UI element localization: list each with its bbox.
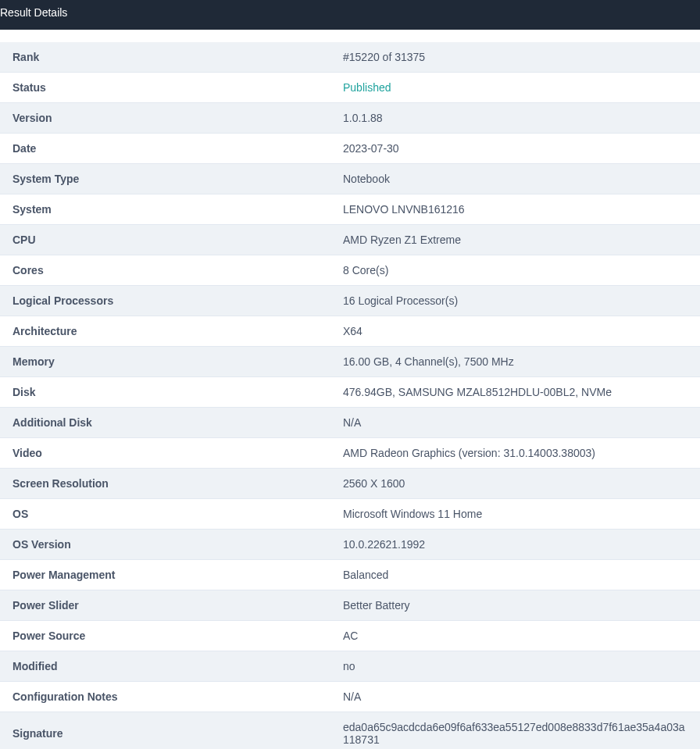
detail-value-text: Balanced [343,569,388,581]
detail-value-text: LENOVO LNVNB161216 [343,203,465,216]
detail-label: Video [0,438,330,469]
table-row: Date2023-07-30 [0,134,700,164]
detail-label: Cores [0,255,330,286]
detail-label: OS Version [0,530,330,560]
detail-label: Disk [0,377,330,408]
detail-label: Modified [0,651,330,682]
detail-label: Additional Disk [0,408,330,438]
table-row: System TypeNotebook [0,164,700,194]
table-row: OS Version10.0.22621.1992 [0,530,700,560]
table-row: Signatureeda0a65c9acdcda6e09f6af633ea551… [0,712,700,750]
table-row: Logical Processors16 Logical Processor(s… [0,286,700,316]
detail-value: 476.94GB, SAMSUNG MZAL8512HDLU-00BL2, NV… [330,377,700,408]
detail-value: eda0a65c9acdcda6e09f6af633ea55127ed008e8… [330,712,700,750]
detail-value: AC [330,621,700,651]
detail-label: Power Source [0,621,330,651]
detail-value: 16.00 GB, 4 Channel(s), 7500 MHz [330,347,700,377]
detail-value-text: Microsoft Windows 11 Home [343,508,482,520]
detail-value: 2023-07-30 [330,134,700,164]
detail-label: Configuration Notes [0,682,330,712]
detail-value: 16 Logical Processor(s) [330,286,700,316]
table-row: Disk476.94GB, SAMSUNG MZAL8512HDLU-00BL2… [0,377,700,408]
table-row: VideoAMD Radeon Graphics (version: 31.0.… [0,438,700,469]
detail-value: LENOVO LNVNB161216 [330,194,700,225]
detail-value: no [330,651,700,682]
detail-label: Date [0,134,330,164]
detail-label: Screen Resolution [0,469,330,499]
table-row: Modifiedno [0,651,700,682]
detail-value: Notebook [330,164,700,194]
table-row: Memory16.00 GB, 4 Channel(s), 7500 MHz [0,347,700,377]
detail-value: #15220 of 31375 [330,42,700,73]
detail-label: Power Slider [0,590,330,621]
detail-label: Power Management [0,560,330,590]
detail-value-text: AMD Radeon Graphics (version: 31.0.14003… [343,447,595,459]
detail-label: Logical Processors [0,286,330,316]
detail-value-text: 2560 X 1600 [343,477,405,490]
table-row: ArchitectureX64 [0,316,700,347]
detail-value-text: Better Battery [343,599,410,612]
table-row: Power SliderBetter Battery [0,590,700,621]
detail-value-text: 10.0.22621.1992 [343,538,425,551]
detail-value-text: no [343,660,355,672]
table-row: SystemLENOVO LNVNB161216 [0,194,700,225]
detail-value: Balanced [330,560,700,590]
detail-label: CPU [0,225,330,255]
panel-header: Result Details [0,0,700,30]
detail-value-text: 2023-07-30 [343,142,399,155]
detail-label: Signature [0,712,330,750]
detail-value-text: N/A [343,416,361,429]
detail-value: AMD Radeon Graphics (version: 31.0.14003… [330,438,700,469]
detail-value: X64 [330,316,700,347]
detail-value: Better Battery [330,590,700,621]
detail-label: System Type [0,164,330,194]
table-row: StatusPublished [0,73,700,103]
detail-value-text: 16 Logical Processor(s) [343,294,458,307]
panel-title: Result Details [0,6,67,19]
detail-value: 8 Core(s) [330,255,700,286]
detail-value: 2560 X 1600 [330,469,700,499]
detail-value-text: X64 [343,325,362,337]
detail-value: Published [330,73,700,103]
detail-value: 1.0.1.88 [330,103,700,134]
detail-label: Rank [0,42,330,73]
table-row: Power ManagementBalanced [0,560,700,590]
details-table: Rank#15220 of 31375StatusPublishedVersio… [0,42,700,749]
table-row: OSMicrosoft Windows 11 Home [0,499,700,530]
table-row: CPUAMD Ryzen Z1 Extreme [0,225,700,255]
table-row: Version1.0.1.88 [0,103,700,134]
detail-value-text: eda0a65c9acdcda6e09f6af633ea55127ed008e8… [343,721,685,746]
detail-value-text: N/A [343,690,361,703]
detail-value: AMD Ryzen Z1 Extreme [330,225,700,255]
detail-label: OS [0,499,330,530]
detail-value-text: AMD Ryzen Z1 Extreme [343,234,461,246]
detail-value-text: 476.94GB, SAMSUNG MZAL8512HDLU-00BL2, NV… [343,386,612,398]
detail-label: Version [0,103,330,134]
table-row: Cores8 Core(s) [0,255,700,286]
detail-label: Architecture [0,316,330,347]
table-row: Screen Resolution2560 X 1600 [0,469,700,499]
detail-value: N/A [330,408,700,438]
detail-value-text: AC [343,630,358,642]
detail-label: Status [0,73,330,103]
detail-value-text: #15220 of 31375 [343,51,425,63]
detail-value: N/A [330,682,700,712]
table-row: Rank#15220 of 31375 [0,42,700,73]
detail-value: 10.0.22621.1992 [330,530,700,560]
table-row: Additional DiskN/A [0,408,700,438]
detail-label: Memory [0,347,330,377]
detail-label: System [0,194,330,225]
details-content: Rank#15220 of 31375StatusPublishedVersio… [0,30,700,749]
table-row: Power SourceAC [0,621,700,651]
detail-value-text: Published [343,81,391,94]
detail-value-text: 16.00 GB, 4 Channel(s), 7500 MHz [343,355,514,368]
detail-value-text: 8 Core(s) [343,264,388,276]
detail-value-text: 1.0.1.88 [343,112,383,124]
detail-value: Microsoft Windows 11 Home [330,499,700,530]
detail-value-text: Notebook [343,173,390,185]
table-row: Configuration NotesN/A [0,682,700,712]
